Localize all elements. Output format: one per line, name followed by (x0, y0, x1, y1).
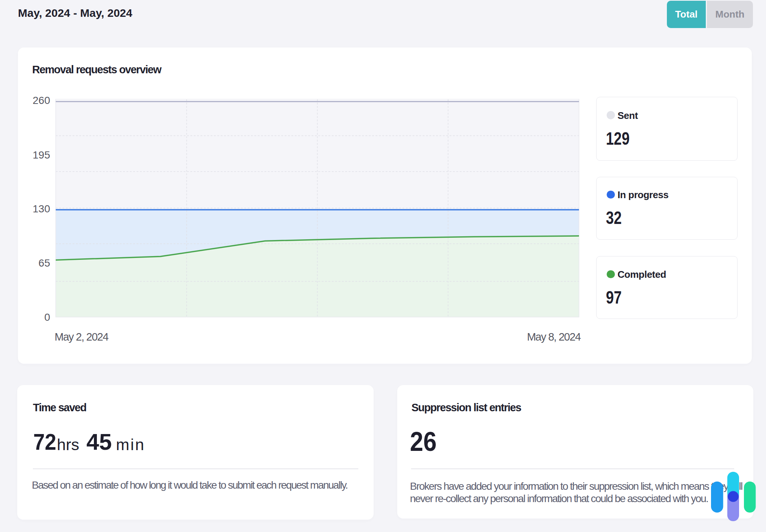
svg-text:195: 195 (33, 149, 50, 161)
svg-text:May 8, 2024: May 8, 2024 (527, 331, 581, 343)
svg-text:65: 65 (39, 257, 50, 269)
svg-text:130: 130 (33, 203, 50, 215)
svg-text:0: 0 (44, 311, 50, 323)
svg-text:260: 260 (33, 95, 50, 106)
svg-text:May 2, 2024: May 2, 2024 (55, 331, 108, 343)
